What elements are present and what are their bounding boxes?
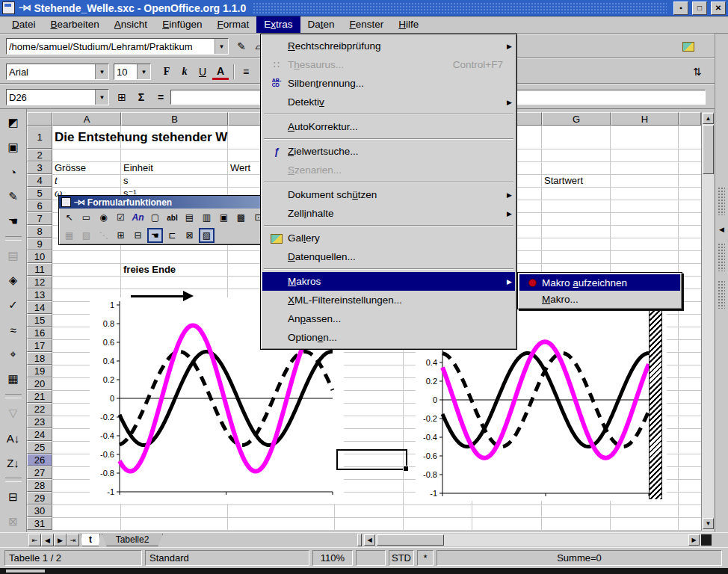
menu-item-detektiv[interactable]: Detektiv▶ bbox=[262, 93, 515, 111]
draw-functions-icon[interactable]: ✎ bbox=[4, 187, 23, 206]
page-style[interactable]: Standard bbox=[145, 550, 309, 566]
control-properties-icon[interactable]: ▦ bbox=[61, 228, 77, 243]
menubar-item-daten[interactable]: Daten bbox=[300, 16, 342, 33]
menubar-item-datei[interactable]: Datei bbox=[4, 16, 43, 33]
font-name-dropdown-icon[interactable]: ▼ bbox=[95, 64, 108, 79]
cell-g4[interactable]: Startwert bbox=[542, 174, 613, 187]
font-size-combobox[interactable]: ▼ bbox=[114, 64, 151, 80]
check-box-icon[interactable]: ☑ bbox=[113, 210, 129, 225]
menubar-item-fenster[interactable]: Fenster bbox=[342, 16, 392, 33]
find-replace-icon[interactable]: ⌖ bbox=[4, 345, 23, 364]
menu-item-makro-aufzeichnen[interactable]: Makro aufzeichnen bbox=[519, 274, 680, 291]
menu-item-zielwertsuche[interactable]: ƒZielwertsuche... bbox=[262, 142, 515, 161]
next-sheet-icon[interactable]: ▶ bbox=[54, 534, 67, 546]
vertical-scrollbar[interactable]: ▲ ▼ bbox=[701, 112, 714, 531]
menu-item-zellinhalte[interactable]: Zellinhalte▶ bbox=[262, 204, 515, 223]
font-color-button[interactable]: A bbox=[212, 64, 229, 80]
row-header-25[interactable]: 25 bbox=[27, 441, 52, 454]
menubar-item-einfügen[interactable]: Einfügen bbox=[155, 16, 209, 33]
design-mode-icon[interactable]: ☚ bbox=[147, 228, 163, 243]
row-header-4[interactable]: 4 bbox=[27, 174, 52, 187]
group-box-icon[interactable]: ▢ bbox=[147, 210, 163, 225]
free-end-arrow-drawing[interactable] bbox=[131, 291, 194, 303]
row-header-16[interactable]: 16 bbox=[27, 327, 52, 339]
dock-handle[interactable] bbox=[718, 187, 725, 215]
zoom-level[interactable]: 110% bbox=[312, 550, 353, 566]
tab-splitter-handle[interactable] bbox=[357, 534, 362, 546]
edit-file-icon[interactable]: ✎ bbox=[233, 38, 250, 55]
selection-mode[interactable]: STD bbox=[389, 550, 414, 566]
row-header-30[interactable]: 30 bbox=[27, 504, 52, 517]
cell-b3[interactable]: Einheit bbox=[121, 161, 230, 174]
url-dropdown-icon[interactable]: ▼ bbox=[215, 39, 228, 54]
scroll-left-icon[interactable]: ◀ bbox=[364, 534, 375, 546]
dock-handle[interactable] bbox=[718, 243, 725, 271]
spellcheck-icon[interactable]: ✓ bbox=[4, 295, 23, 315]
align-left-icon[interactable]: ≡ bbox=[238, 64, 254, 80]
row-header-20[interactable]: 20 bbox=[27, 377, 52, 390]
last-sheet-icon[interactable]: ⇥ bbox=[67, 534, 79, 546]
window-pin-icon[interactable]: −⋈ bbox=[19, 3, 30, 13]
column-header-b[interactable]: B bbox=[121, 112, 228, 126]
text-field-icon[interactable]: abl bbox=[164, 210, 180, 225]
sheet-tab-t[interactable]: t bbox=[81, 534, 100, 546]
navigator-icon[interactable]: ◈ bbox=[4, 271, 23, 290]
underline-button[interactable]: U bbox=[194, 64, 211, 80]
url-combobox[interactable]: ▼ bbox=[6, 38, 229, 55]
row-header-6[interactable]: 6 bbox=[27, 200, 52, 212]
column-header-g[interactable]: G bbox=[542, 112, 611, 126]
cell-reference-box[interactable]: ▼ bbox=[6, 89, 109, 105]
row-header-12[interactable]: 12 bbox=[27, 276, 52, 288]
datapilot-icon[interactable]: ▦ bbox=[4, 369, 23, 389]
insert-chart-icon[interactable]: ◔ bbox=[4, 162, 23, 182]
image-button-icon[interactable]: ▣ bbox=[216, 210, 232, 225]
menu-item-makros[interactable]: Makros▶ bbox=[262, 272, 515, 291]
form-functions-icon[interactable]: ☚ bbox=[4, 212, 23, 231]
menu-item-szenarien[interactable]: Szenarien... bbox=[262, 161, 515, 179]
dock-handle[interactable] bbox=[718, 280, 725, 309]
row-header-18[interactable]: 18 bbox=[27, 352, 52, 365]
title-bar[interactable]: −⋈ Stehende_Welle.sxc - OpenOffice.org 1… bbox=[0, 0, 728, 16]
cell-a1[interactable]: Die Entstehung stehender W bbox=[52, 126, 227, 149]
horizontal-scrollbar[interactable]: ◀ ▶ bbox=[363, 534, 701, 546]
row-header-15[interactable]: 15 bbox=[27, 314, 52, 327]
font-size-dropdown-icon[interactable]: ▼ bbox=[137, 64, 150, 79]
insert-mode[interactable] bbox=[356, 550, 386, 566]
row-header-17[interactable]: 17 bbox=[27, 339, 52, 352]
autofilter-icon[interactable]: ▽ bbox=[4, 404, 23, 423]
cell-reference-input[interactable] bbox=[7, 92, 95, 103]
row-header-23[interactable]: 23 bbox=[27, 416, 52, 428]
scroll-right-icon[interactable]: ▶ bbox=[688, 534, 700, 546]
cell-cursor[interactable] bbox=[336, 449, 407, 470]
first-sheet-icon[interactable]: ⇤ bbox=[28, 534, 41, 546]
row-header-19[interactable]: 19 bbox=[27, 365, 52, 377]
scroll-down-icon[interactable]: ▼ bbox=[703, 518, 714, 529]
italic-button[interactable]: k bbox=[176, 64, 193, 80]
doc-modified[interactable]: * bbox=[417, 550, 434, 566]
cell-reference-dropdown-icon[interactable]: ▼ bbox=[95, 90, 108, 105]
row-header-31[interactable]: 31 bbox=[27, 517, 52, 530]
row-header-29[interactable]: 29 bbox=[27, 492, 52, 504]
row-header-27[interactable]: 27 bbox=[27, 466, 52, 479]
row-header-26[interactable]: 26 bbox=[27, 454, 52, 466]
table-control-icon[interactable]: ⊞ bbox=[113, 228, 129, 243]
combo-box-icon[interactable]: ▥ bbox=[199, 210, 215, 225]
push-button-icon[interactable]: ⊠ bbox=[182, 228, 197, 243]
cell-b11[interactable]: freies Ende bbox=[121, 263, 230, 276]
row-header-8[interactable]: 8 bbox=[27, 225, 52, 238]
sort-ascending-icon[interactable]: A↓ bbox=[4, 428, 23, 448]
autoformat-icon[interactable]: ▤ bbox=[4, 246, 23, 265]
insert-frame-icon[interactable]: ▣ bbox=[4, 138, 23, 157]
row-header-7[interactable]: 7 bbox=[27, 212, 52, 225]
menu-item-gallery[interactable]: Gallery bbox=[262, 229, 515, 247]
font-size-input[interactable] bbox=[114, 67, 137, 78]
sum-field[interactable]: Summe=0 bbox=[437, 550, 722, 566]
image-control-icon[interactable]: ▩ bbox=[233, 210, 249, 225]
cell-a4[interactable]: t bbox=[52, 174, 123, 187]
menu-item-silbentrennung[interactable]: AB-CDSilbentrennung... bbox=[262, 74, 515, 93]
column-header-partial[interactable] bbox=[679, 112, 701, 126]
cell-b4[interactable]: s bbox=[121, 174, 230, 187]
form-properties-icon[interactable]: ▧ bbox=[78, 228, 94, 243]
sort-descending-icon[interactable]: Z↓ bbox=[4, 453, 23, 472]
sort-toolbar-icon[interactable]: ⇅ bbox=[689, 64, 706, 80]
